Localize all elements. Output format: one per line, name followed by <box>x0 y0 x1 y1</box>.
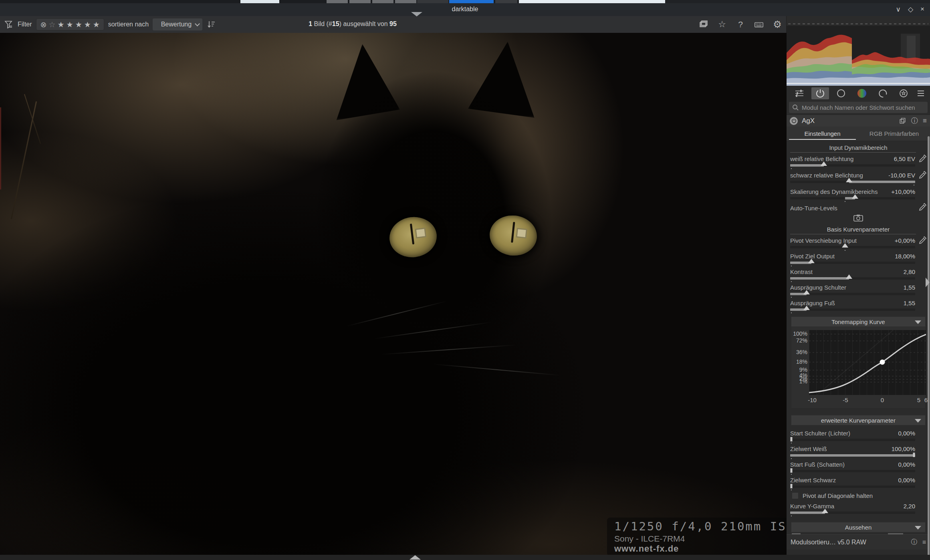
slider-value[interactable]: 0,00% <box>898 430 915 437</box>
group-menu-icon[interactable] <box>916 87 926 99</box>
slider-track[interactable] <box>790 293 915 295</box>
slider-track[interactable] <box>790 164 915 167</box>
slider-value[interactable]: 18,00% <box>895 253 915 260</box>
slider-value[interactable]: 2,80 <box>904 268 915 275</box>
darkroom-image-cat-photo[interactable]: 1/1250 f/4,0 210mm IS Sony - ILCE-7RM4 w… <box>0 33 787 555</box>
rating-filter[interactable]: ⊗ ☆ ★ ★ ★ ★ ★ <box>36 18 104 30</box>
active-modules-group-icon[interactable] <box>811 87 829 99</box>
slider-marker[interactable] <box>846 178 852 182</box>
slider-track[interactable] <box>790 262 915 264</box>
slider-value[interactable]: 0,00% <box>898 461 915 468</box>
slider-value[interactable]: 1,55 <box>904 300 915 306</box>
module-header-agx[interactable]: AgX ⓘ ≡ <box>787 115 930 127</box>
slider-curve-y-gamma[interactable]: Kurve Y-Gamma 2,20 <box>790 501 926 516</box>
module-power-icon[interactable] <box>790 117 798 125</box>
waveform-histogram[interactable] <box>787 26 930 86</box>
slider-marker[interactable] <box>842 243 848 248</box>
color-modules-group-icon[interactable] <box>853 87 871 99</box>
funnel-filter-icon[interactable] <box>4 20 14 29</box>
slider-marker[interactable] <box>821 161 827 166</box>
star-empty-icon[interactable]: ☆ <box>48 20 55 29</box>
slider-marker[interactable] <box>846 274 852 279</box>
slider-white-relative-exposure[interactable]: weiß relative Belichtung 6,50 EV <box>790 153 926 170</box>
shortcuts-keyboard-icon[interactable] <box>754 20 764 29</box>
curve-plot-area[interactable] <box>809 330 926 395</box>
menu-icon[interactable]: ≡ <box>922 539 926 546</box>
slider-track[interactable] <box>790 454 915 457</box>
slider-track[interactable] <box>790 308 915 311</box>
tab-rgb-primaerfarben[interactable]: RGB Primärfarben <box>858 127 930 141</box>
slider-value[interactable]: 2,20 <box>904 503 915 510</box>
slider-marker[interactable] <box>822 509 828 513</box>
slider-track[interactable] <box>790 277 915 280</box>
slider-value[interactable]: +10,00% <box>891 188 915 195</box>
auto-tune-levels-row[interactable]: Auto-Tune-Levels <box>790 203 926 213</box>
eyedropper-icon[interactable] <box>918 203 927 212</box>
module-search-input[interactable]: Modul nach Namen oder Stichwort suchen <box>789 102 928 113</box>
slider-edge-handle[interactable] <box>913 453 915 457</box>
bottom-panel-collapse-handle[interactable] <box>410 555 421 560</box>
slider-track[interactable] <box>790 470 915 472</box>
slider-edge-handle[interactable] <box>791 437 793 441</box>
star-icon[interactable]: ★ <box>67 20 73 29</box>
slider-track[interactable] <box>790 439 915 441</box>
slider-track[interactable] <box>790 181 915 183</box>
slider-marker[interactable] <box>808 259 815 263</box>
slider-edge-handle[interactable] <box>791 468 793 473</box>
module-order-footer[interactable]: Modulsortieru… v5.0 RAW ⓘ ≡ <box>787 534 930 550</box>
checkbox-row-pivot-on-diagonal[interactable]: Pivot auf Diagonale halten <box>790 490 926 501</box>
slider-white-target[interactable]: Zielwert Weiß 100,00% <box>790 443 926 459</box>
slider-black-target[interactable]: Zielwert Schwarz 0,00% <box>790 475 926 490</box>
minimize-button[interactable]: ∨ <box>896 5 901 14</box>
star-icon[interactable]: ★ <box>93 20 100 29</box>
info-icon[interactable]: ⓘ <box>911 538 918 546</box>
eyedropper-icon[interactable] <box>918 236 927 245</box>
close-button[interactable]: × <box>920 5 924 14</box>
right-panel-collapse-handle[interactable] <box>926 278 930 287</box>
overlays-star-icon[interactable]: ☆ <box>717 20 727 29</box>
slider-shoulder-emphasis[interactable]: Ausprägung Schulter 1,55 <box>790 282 926 298</box>
slider-value[interactable]: 6,50 EV <box>894 155 915 162</box>
slider-marker[interactable] <box>803 290 810 294</box>
sort-order-icon[interactable] <box>206 20 216 29</box>
slider-pivot-target-output[interactable]: Pivot Ziel Output 18,00% <box>790 251 926 266</box>
panel-scrollbar[interactable] <box>928 136 930 555</box>
base-modules-group-icon[interactable] <box>832 87 850 99</box>
slider-track[interactable] <box>790 485 915 488</box>
slider-value[interactable]: -10,00 EV <box>888 172 915 179</box>
slider-track[interactable] <box>790 197 915 199</box>
correction-modules-group-icon[interactable] <box>874 87 892 99</box>
slider-black-relative-exposure[interactable]: schwarz relative Belichtung -10,00 EV <box>790 170 926 186</box>
top-panel-collapse-handle[interactable] <box>411 12 422 16</box>
preferences-gear-icon[interactable]: ⚙ <box>773 20 782 29</box>
camera-icon[interactable] <box>853 214 863 222</box>
slider-pivot-input-shift[interactable]: Pivot Verschiebung Input +0,00% <box>790 235 926 251</box>
sort-criteria-dropdown[interactable]: Bewertung <box>153 18 202 30</box>
slider-toe-start[interactable]: Start Fuß (Schatten) 0,00% <box>790 459 926 475</box>
slider-toe-emphasis[interactable]: Ausprägung Fuß 1,55 <box>790 298 926 313</box>
slider-edge-handle[interactable] <box>791 484 793 488</box>
slider-dynamic-range-scaling[interactable]: Skalierung des Dynamikbereichs +10,00% <box>790 186 926 203</box>
slider-value[interactable]: 1,55 <box>904 284 915 291</box>
quick-access-sliders-icon[interactable] <box>791 87 808 99</box>
tonemapping-curve-graph[interactable]: 100% 72% 36% 18% 9% 4% 2% 1% <box>791 327 926 409</box>
star-icon[interactable]: ★ <box>75 20 82 29</box>
presets-menu-icon[interactable]: ≡ <box>923 117 927 125</box>
tab-einstellungen[interactable]: Einstellungen <box>787 127 858 141</box>
collapsible-header-advanced-curve-params[interactable]: erweiterte Kurvenparameter <box>791 415 926 425</box>
slider-value[interactable]: 100,00% <box>892 445 915 452</box>
slider-track[interactable] <box>790 246 915 248</box>
star-icon[interactable]: ★ <box>58 20 65 29</box>
slider-shoulder-start[interactable]: Start Schulter (Lichter) 0,00% <box>790 428 926 443</box>
eyedropper-icon[interactable] <box>918 171 927 179</box>
reject-filter-icon[interactable]: ⊗ <box>40 20 47 29</box>
star-icon[interactable]: ★ <box>84 20 91 29</box>
effects-modules-group-icon[interactable] <box>895 87 912 99</box>
slider-track[interactable] <box>790 512 915 514</box>
collapsible-header-look[interactable]: Aussehen <box>791 522 926 532</box>
slider-contrast[interactable]: Kontrast 2,80 <box>790 266 926 282</box>
slider-marker[interactable] <box>803 306 810 310</box>
reset-info-icon[interactable]: ⓘ <box>911 116 918 125</box>
grouping-icon[interactable] <box>699 20 708 29</box>
collapsible-header-tonemapping-curve[interactable]: Tonemapping Kurve <box>791 316 926 327</box>
